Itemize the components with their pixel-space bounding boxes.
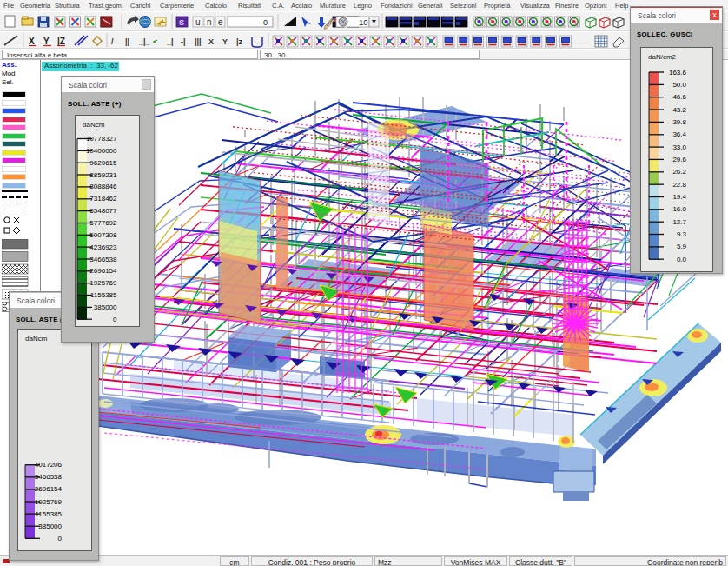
svg-text:X: X [29, 37, 35, 46]
svg-text:_|: _| [166, 37, 174, 46]
svg-text:||: || [125, 37, 129, 46]
svg-text:/: / [111, 37, 114, 46]
svg-text:-|: -| [181, 37, 186, 46]
svg-text:u: u [195, 17, 201, 27]
svg-text:_|_: _|_ [138, 37, 151, 46]
svg-text:|Z: |Z [57, 37, 65, 46]
svg-text:|||: ||| [195, 37, 202, 46]
svg-text:0: 0 [263, 18, 268, 27]
svg-text:S: S [179, 18, 184, 27]
svg-text:<: < [153, 37, 157, 46]
svg-text:X: X [208, 37, 214, 46]
svg-text:Y: Y [222, 37, 228, 46]
svg-text:10: 10 [359, 17, 368, 27]
svg-text:|z: |z [236, 37, 243, 46]
svg-text:n: n [207, 17, 212, 27]
svg-text:Y: Y [43, 37, 50, 46]
svg-text:e: e [218, 17, 223, 27]
